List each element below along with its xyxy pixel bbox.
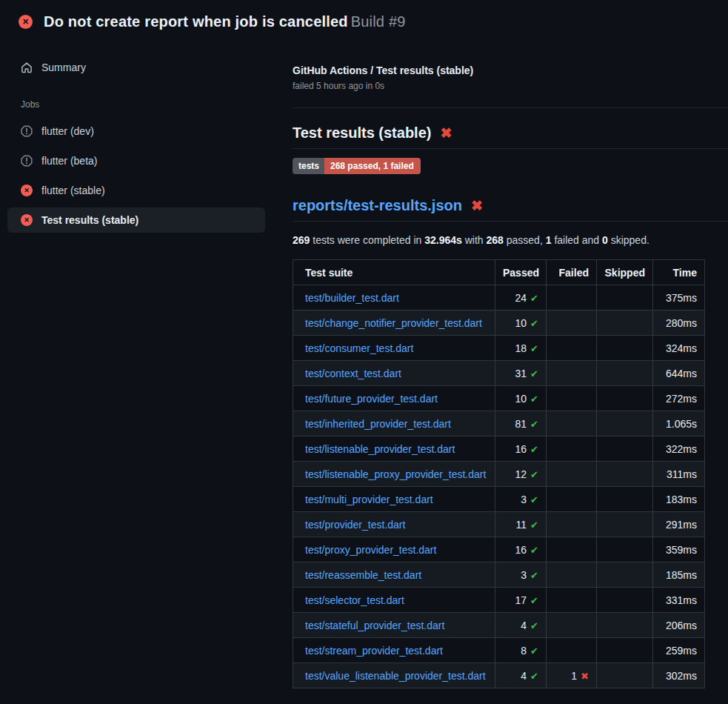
job-label: flutter (beta) [41, 155, 97, 167]
time-value: 185ms [666, 569, 697, 581]
table-body: test/builder_test.dart24✔375mstest/chang… [293, 285, 705, 688]
test-suite-link[interactable]: test/stream_provider_test.dart [305, 645, 443, 657]
check-icon: ✔ [530, 318, 538, 329]
table-row: test/stream_provider_test.dart8✔259ms [293, 638, 705, 663]
table-row: test/future_provider_test.dart10✔272ms [293, 386, 705, 411]
report-file-link[interactable]: reports/test-results.json [293, 197, 462, 214]
test-suite-link[interactable]: test/future_provider_test.dart [305, 393, 438, 405]
test-suite-link[interactable]: test/stateful_provider_test.dart [305, 620, 444, 631]
badge-label: tests [293, 158, 324, 174]
test-suite-link[interactable]: test/selector_test.dart [305, 594, 404, 606]
passed-count: 16 [515, 443, 527, 455]
test-suite-link[interactable]: test/change_notifier_provider_test.dart [305, 317, 482, 329]
passed-count: 3 [521, 569, 527, 581]
col-time: Time [653, 260, 705, 285]
test-results-table: Test suite Passed Failed Skipped Time te… [293, 259, 705, 688]
summary-number: 32.964s [424, 234, 462, 246]
sidebar-item-flutter-beta[interactable]: flutter (beta) [7, 148, 265, 173]
stop-icon [21, 125, 33, 137]
summary-number: 268 [487, 234, 504, 246]
home-icon [21, 62, 33, 73]
table-row: test/selector_test.dart17✔331ms [293, 588, 705, 613]
build-title-text: Do not create report when job is cancell… [44, 13, 348, 30]
test-suite-link[interactable]: test/context_test.dart [305, 368, 401, 379]
check-icon: ✔ [530, 519, 538, 531]
check-icon: ✔ [530, 545, 538, 556]
time-value: 259ms [666, 645, 697, 657]
test-suite-link[interactable]: test/proxy_provider_test.dart [305, 544, 436, 556]
x-icon: ✖ [581, 671, 589, 682]
passed-count: 4 [521, 620, 527, 631]
sidebar-item-test-results-stable[interactable]: ✕Test results (stable) [7, 207, 265, 233]
table-row: test/builder_test.dart24✔375ms [293, 285, 705, 311]
stop-icon [21, 155, 33, 167]
time-value: 206ms [666, 620, 697, 631]
time-value: 331ms [666, 594, 697, 606]
table-row: test/proxy_provider_test.dart16✔359ms [293, 537, 705, 562]
failed-count: 1 [571, 670, 577, 682]
summary-number: 1 [546, 234, 552, 246]
passed-count: 10 [515, 317, 527, 329]
time-value: 280ms [666, 317, 697, 329]
passed-count: 18 [515, 342, 527, 354]
job-label: Test results (stable) [41, 214, 138, 226]
passed-count: 17 [515, 594, 527, 606]
check-icon: ✔ [530, 393, 538, 405]
check-icon: ✔ [530, 494, 538, 505]
table-row: test/inherited_provider_test.dart81✔1.06… [293, 411, 705, 436]
main-content: GitHub Actions / Test results (stable) f… [273, 41, 728, 688]
sidebar-item-flutter-dev[interactable]: flutter (dev) [7, 119, 265, 144]
app-root: ✕ Do not create report when job is cance… [0, 0, 728, 688]
time-value: 1.065s [666, 418, 697, 430]
test-suite-link[interactable]: test/multi_provider_test.dart [305, 494, 433, 505]
failed-x-icon: ✖ [440, 126, 452, 140]
job-label: flutter (stable) [41, 185, 105, 196]
time-value: 302ms [666, 670, 697, 682]
time-value: 272ms [666, 393, 697, 405]
test-suite-link[interactable]: test/listenable_proxy_provider_test.dart [305, 468, 486, 480]
divider [293, 148, 728, 149]
col-test-suite: Test suite [293, 260, 495, 285]
time-value: 322ms [666, 443, 697, 455]
test-suite-link[interactable]: test/provider_test.dart [305, 519, 405, 531]
build-header: ✕ Do not create report when job is cance… [0, 0, 728, 41]
failed-x-icon: ✖ [471, 199, 483, 213]
tests-badge: tests 268 passed, 1 failed [293, 158, 421, 174]
col-passed: Passed [495, 260, 547, 285]
table-row: test/value_listenable_provider_test.dart… [293, 663, 705, 688]
test-suite-link[interactable]: test/builder_test.dart [305, 292, 399, 304]
sidebar-item-summary[interactable]: Summary [7, 55, 265, 80]
check-icon: ✔ [530, 620, 538, 631]
section-title: Test results (stable) ✖ [293, 124, 728, 142]
test-suite-link[interactable]: test/listenable_provider_test.dart [305, 443, 455, 455]
sidebar-summary-label: Summary [41, 62, 86, 73]
check-icon: ✔ [530, 671, 538, 682]
check-icon: ✔ [530, 469, 538, 480]
passed-count: 4 [521, 670, 527, 682]
x-circle-icon: ✕ [21, 185, 33, 196]
check-icon: ✔ [530, 645, 538, 657]
sidebar-item-flutter-stable[interactable]: ✕flutter (stable) [7, 178, 265, 203]
table-row: test/listenable_proxy_provider_test.dart… [293, 462, 705, 487]
report-file-heading: reports/test-results.json ✖ [293, 197, 728, 214]
x-circle-icon: ✕ [19, 15, 33, 29]
time-value: 644ms [666, 368, 697, 379]
check-icon: ✔ [530, 595, 538, 606]
divider [293, 221, 728, 222]
test-summary: 269 tests were completed in 32.964s with… [293, 234, 728, 246]
test-suite-link[interactable]: test/inherited_provider_test.dart [305, 418, 451, 430]
summary-text: skipped. [608, 234, 649, 246]
build-number: Build #9 [351, 13, 406, 30]
x-glyph: ✕ [24, 187, 30, 194]
test-suite-link[interactable]: test/consumer_test.dart [305, 342, 413, 354]
breadcrumb: GitHub Actions / Test results (stable) [293, 64, 728, 76]
test-suite-link[interactable]: test/reassemble_test.dart [305, 569, 421, 581]
badge-value: 268 passed, 1 failed [324, 158, 421, 174]
jobs-section-label: Jobs [21, 99, 273, 110]
summary-number: 0 [602, 234, 608, 246]
status-line: failed 5 hours ago in 0s [293, 81, 728, 91]
test-suite-link[interactable]: test/value_listenable_provider_test.dart [305, 670, 486, 682]
summary-text: passed, [504, 234, 546, 246]
time-value: 291ms [666, 519, 697, 531]
layout: Summary Jobs flutter (dev)flutter (beta)… [0, 41, 728, 688]
